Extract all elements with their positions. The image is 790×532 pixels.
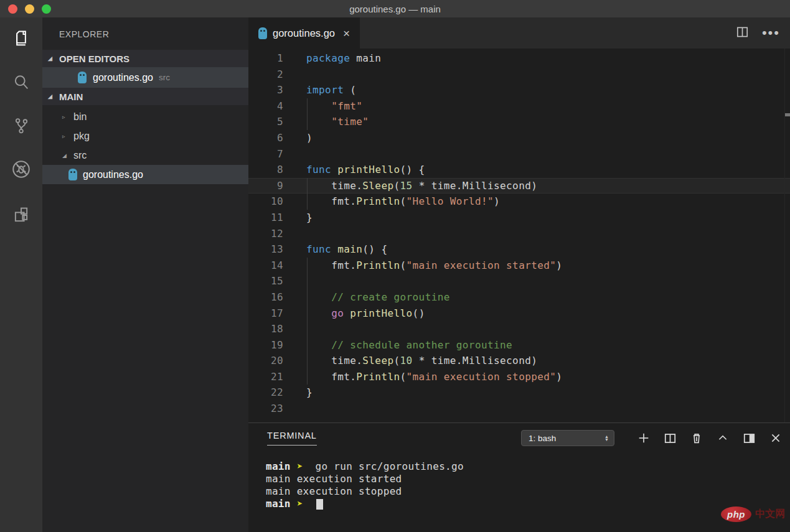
code-line[interactable]: 8func printHello() { bbox=[248, 162, 790, 178]
folder-section-header[interactable]: ◢ MAIN bbox=[42, 88, 248, 105]
terminal-command bbox=[303, 498, 316, 510]
code-text: ) bbox=[306, 130, 313, 146]
line-number: 8 bbox=[248, 162, 283, 178]
code-line[interactable]: 2 bbox=[248, 67, 790, 83]
maximize-panel-icon[interactable] bbox=[717, 432, 728, 444]
line-number: 12 bbox=[248, 226, 283, 242]
line-number: 7 bbox=[248, 146, 283, 162]
chevron-collapsed-icon: ▹ bbox=[62, 133, 73, 139]
code-line[interactable]: 10 fmt.Println("Hello World!") bbox=[248, 194, 790, 210]
terminal-panel: TERMINAL 1: bash ▲▼ bbox=[248, 422, 790, 532]
code-line[interactable]: 18 bbox=[248, 321, 790, 337]
new-terminal-icon[interactable] bbox=[638, 432, 649, 444]
code-line[interactable]: 19 // schedule another goroutine bbox=[248, 337, 790, 353]
split-editor-icon[interactable] bbox=[736, 26, 748, 40]
code-text: // create goroutine bbox=[306, 289, 450, 306]
code-line[interactable]: 11} bbox=[248, 210, 790, 226]
editor-group: goroutines.go × ••• 1package main23impor… bbox=[248, 17, 790, 532]
terminal-prompt: main bbox=[266, 460, 297, 472]
code-text: fmt.Println("main execution stopped") bbox=[306, 369, 562, 385]
go-gopher-icon bbox=[78, 72, 87, 83]
code-line[interactable]: 20 time.Sleep(10 * time.Millisecond) bbox=[248, 353, 790, 369]
terminal-line: main ➤ bbox=[266, 498, 790, 510]
code-line[interactable]: 5 "time" bbox=[248, 114, 790, 130]
tree-item-pkg[interactable]: ▹pkg bbox=[42, 126, 248, 146]
close-tab-icon[interactable]: × bbox=[343, 27, 350, 39]
open-editors-list: goroutines.gosrc bbox=[42, 67, 248, 88]
more-actions-icon[interactable]: ••• bbox=[762, 25, 780, 41]
tree-item-label: src bbox=[73, 150, 87, 161]
chevron-expanded-icon: ◢ bbox=[48, 55, 59, 62]
code-text: time.Sleep(15 * time.Millisecond) bbox=[306, 178, 537, 194]
overview-ruler[interactable] bbox=[784, 49, 790, 422]
sidebar-item-debug[interactable] bbox=[9, 158, 34, 183]
code-line[interactable]: 6) bbox=[248, 130, 790, 146]
line-number: 18 bbox=[248, 321, 283, 337]
prompt-arrow-icon: ➤ bbox=[297, 460, 303, 472]
terminal-shell-select[interactable]: 1: bash ▲▼ bbox=[521, 430, 614, 446]
tree-item-bin[interactable]: ▹bin bbox=[42, 107, 248, 126]
code-line[interactable]: 17 go printHello() bbox=[248, 306, 790, 322]
code-text: go printHello() bbox=[306, 306, 425, 322]
shell-select-value: 1: bash bbox=[529, 434, 604, 443]
tree-item-goroutines-go[interactable]: goroutines.go bbox=[42, 165, 248, 184]
sidebar-item-search[interactable] bbox=[9, 71, 34, 96]
code-text: "time" bbox=[306, 114, 369, 130]
tab-terminal[interactable]: TERMINAL bbox=[267, 431, 317, 446]
chevron-expanded-icon: ◢ bbox=[62, 152, 73, 159]
tree-item-label: goroutines.go bbox=[83, 169, 143, 180]
tab-goroutines-go[interactable]: goroutines.go × bbox=[248, 17, 360, 49]
toggle-panel-position-icon[interactable] bbox=[743, 432, 755, 444]
code-line[interactable]: 4 "fmt" bbox=[248, 98, 790, 114]
line-number: 20 bbox=[248, 353, 283, 369]
code-line[interactable]: 21 fmt.Println("main execution stopped") bbox=[248, 369, 790, 385]
code-line[interactable]: 14 fmt.Println("main execution started") bbox=[248, 258, 790, 274]
code-text: // schedule another goroutine bbox=[306, 337, 512, 353]
tab-label: goroutines.go bbox=[273, 27, 335, 39]
terminal-line: main ➤ go run src/goroutines.go bbox=[266, 460, 790, 473]
code-text: func printHello() { bbox=[306, 162, 425, 178]
code-line[interactable]: 12 bbox=[248, 226, 790, 242]
sidebar-item-explorer[interactable] bbox=[9, 27, 34, 52]
prompt-arrow-icon: ➤ bbox=[297, 498, 303, 510]
overview-ruler-marker bbox=[785, 113, 790, 116]
sidebar-item-source-control[interactable] bbox=[9, 114, 34, 139]
line-number: 4 bbox=[248, 98, 283, 114]
close-window-button[interactable] bbox=[8, 4, 17, 14]
sidebar-item-extensions[interactable] bbox=[9, 204, 34, 229]
code-line[interactable]: 1package main bbox=[248, 50, 790, 67]
code-text: time.Sleep(10 * time.Millisecond) bbox=[306, 353, 537, 369]
code-line[interactable]: 7 bbox=[248, 146, 790, 162]
code-line[interactable]: 13func main() { bbox=[248, 241, 790, 258]
line-number: 21 bbox=[248, 369, 283, 385]
file-detail: src bbox=[159, 73, 170, 82]
go-gopher-icon bbox=[258, 27, 267, 39]
code-line[interactable]: 23 bbox=[248, 401, 790, 417]
line-number: 14 bbox=[248, 258, 283, 274]
close-panel-icon[interactable] bbox=[770, 432, 781, 444]
git-branch-icon bbox=[12, 116, 31, 138]
open-editor-item[interactable]: goroutines.gosrc bbox=[42, 67, 248, 88]
tree-item-src[interactable]: ◢src bbox=[42, 146, 248, 165]
line-number: 3 bbox=[248, 82, 283, 98]
line-number: 19 bbox=[248, 337, 283, 353]
line-number: 15 bbox=[248, 273, 283, 289]
line-number: 17 bbox=[248, 306, 283, 322]
code-line[interactable]: 3import ( bbox=[248, 82, 790, 98]
code-line[interactable]: 15 bbox=[248, 273, 790, 289]
terminal-output[interactable]: main ➤ go run src/goroutines.gomain exec… bbox=[248, 453, 790, 532]
code-line[interactable]: 22} bbox=[248, 385, 790, 401]
code-editor[interactable]: 1package main23import (4 "fmt"5 "time"6)… bbox=[248, 49, 790, 422]
split-terminal-icon[interactable] bbox=[664, 432, 676, 444]
explorer-sidebar: EXPLORER ◢ OPEN EDITORS goroutines.gosrc… bbox=[42, 17, 248, 532]
minimize-window-button[interactable] bbox=[25, 4, 34, 14]
php-logo-icon: php bbox=[721, 506, 751, 522]
code-text: } bbox=[306, 385, 313, 401]
line-number: 10 bbox=[248, 194, 283, 210]
tab-bar: goroutines.go × ••• bbox=[248, 17, 790, 49]
open-editors-header[interactable]: ◢ OPEN EDITORS bbox=[42, 50, 248, 67]
zoom-window-button[interactable] bbox=[42, 4, 51, 14]
code-line[interactable]: 9 time.Sleep(15 * time.Millisecond) bbox=[248, 178, 790, 194]
code-line[interactable]: 16 // create goroutine bbox=[248, 289, 790, 306]
kill-terminal-icon[interactable] bbox=[691, 432, 702, 444]
